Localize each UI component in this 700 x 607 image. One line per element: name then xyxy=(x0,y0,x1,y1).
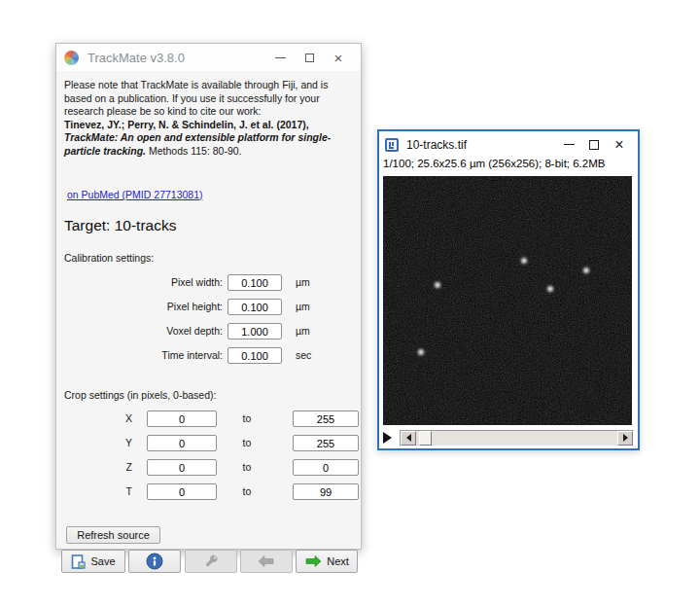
image-canvas[interactable] xyxy=(383,176,632,425)
scroll-right-button[interactable] xyxy=(617,431,633,446)
calibration-row-pixel-width: Pixel width: µm xyxy=(56,274,361,291)
crop-z-from-input[interactable] xyxy=(147,459,217,476)
calibration-row-time-interval: Time interval: sec xyxy=(56,347,361,364)
trackmate-window: TrackMate v3.8.0 × Please note that Trac… xyxy=(55,43,362,550)
pixel-width-label: Pixel width: xyxy=(64,276,223,288)
citation-paragraph: Please note that TrackMate is available … xyxy=(64,79,356,158)
image-close-button[interactable]: × xyxy=(607,135,632,155)
voxel-depth-unit: µm xyxy=(296,325,310,337)
crop-x-to-label: to xyxy=(229,412,264,424)
voxel-depth-label: Voxel depth: xyxy=(64,325,223,337)
scroll-left-button[interactable] xyxy=(401,431,416,446)
crop-y-to-input[interactable] xyxy=(293,435,359,451)
arrow-right-green-icon xyxy=(304,555,322,567)
trackmate-logo-icon xyxy=(64,51,79,65)
voxel-depth-input[interactable] xyxy=(228,323,282,339)
maximize-icon xyxy=(305,54,314,62)
citation-authors: Tinevez, JY.; Perry, N. & Schindelin, J.… xyxy=(64,119,309,130)
imagej-logo-icon xyxy=(385,138,399,152)
back-button[interactable] xyxy=(240,550,293,573)
close-button[interactable]: × xyxy=(324,47,353,68)
crop-x-to-input[interactable] xyxy=(293,411,359,427)
image-window: 10-tracks.tif × 1/100; 25.6x25.6 µm (256… xyxy=(377,129,640,450)
refresh-source-button[interactable]: Refresh source xyxy=(66,526,160,544)
save-icon xyxy=(71,554,86,569)
citation-intro: Please note that TrackMate is available … xyxy=(64,79,356,119)
time-interval-input[interactable] xyxy=(228,347,282,364)
pixel-height-input[interactable] xyxy=(228,299,282,315)
pixel-height-unit: µm xyxy=(296,301,310,312)
crop-y-label: Y xyxy=(64,437,132,448)
info-button[interactable] xyxy=(128,550,181,573)
pixel-height-label: Pixel height: xyxy=(64,301,223,312)
minimize-button[interactable] xyxy=(265,47,295,68)
maximize-icon xyxy=(589,140,599,150)
pubmed-link[interactable]: on PubMed (PMID 27713081) xyxy=(67,189,203,200)
crop-x-from-input[interactable] xyxy=(147,411,217,427)
wrench-icon xyxy=(203,553,219,569)
right-arrow-icon xyxy=(623,434,628,442)
calibration-row-voxel-depth: Voxel depth: µm xyxy=(56,323,361,339)
citation-journal: Methods 115: 80-90. xyxy=(146,145,241,157)
image-window-title: 10-tracks.tif xyxy=(406,138,467,152)
crop-row-z: Z to xyxy=(56,459,361,476)
scrollbar-thumb[interactable] xyxy=(419,431,432,446)
target-heading: Target: 10-tracks xyxy=(64,217,176,234)
play-icon xyxy=(383,432,392,444)
frame-slider-bar xyxy=(379,427,638,448)
trackmate-window-title: TrackMate v3.8.0 xyxy=(88,51,185,65)
time-interval-unit: sec xyxy=(296,349,311,361)
crop-y-from-input[interactable] xyxy=(147,435,217,451)
crop-t-to-input[interactable] xyxy=(293,483,359,500)
crop-z-to-label: to xyxy=(229,461,264,473)
minimize-icon xyxy=(564,144,575,145)
maximize-button[interactable] xyxy=(295,47,324,68)
crop-y-to-label: to xyxy=(229,437,264,448)
arrow-left-icon xyxy=(258,555,275,567)
image-window-titlebar[interactable]: 10-tracks.tif × xyxy=(379,131,638,158)
crop-t-label: T xyxy=(64,485,132,497)
calibration-settings-label: Calibration settings: xyxy=(64,252,154,264)
minimize-icon xyxy=(275,57,286,58)
crop-settings-label: Crop settings (in pixels, 0-based): xyxy=(64,389,216,401)
play-button[interactable] xyxy=(383,430,397,446)
settings-wrench-button[interactable] xyxy=(185,550,237,573)
frame-scrollbar[interactable] xyxy=(400,430,634,446)
image-minimize-button[interactable] xyxy=(556,135,581,155)
crop-t-to-label: to xyxy=(229,485,264,497)
crop-t-from-input[interactable] xyxy=(147,483,217,500)
image-info-line: 1/100; 25.6x25.6 µm (256x256); 8-bit; 6.… xyxy=(379,158,638,176)
time-interval-label: Time interval: xyxy=(64,349,223,361)
info-icon xyxy=(146,553,163,570)
image-maximize-button[interactable] xyxy=(581,135,607,155)
wizard-button-row: Save Ne xyxy=(61,550,358,573)
crop-z-label: Z xyxy=(64,461,132,473)
calibration-row-pixel-height: Pixel height: µm xyxy=(56,299,361,315)
pixel-width-unit: µm xyxy=(296,276,310,288)
crop-row-y: Y to xyxy=(56,435,361,451)
next-button[interactable]: Next xyxy=(296,550,358,573)
crop-row-x: X to xyxy=(56,411,361,427)
save-button[interactable]: Save xyxy=(61,550,125,573)
pixel-width-input[interactable] xyxy=(228,274,282,291)
crop-z-to-input[interactable] xyxy=(293,459,359,476)
left-arrow-icon xyxy=(406,434,411,442)
crop-x-label: X xyxy=(64,412,132,424)
trackmate-titlebar[interactable]: TrackMate v3.8.0 × xyxy=(56,44,361,71)
crop-row-t: T to xyxy=(56,483,361,500)
